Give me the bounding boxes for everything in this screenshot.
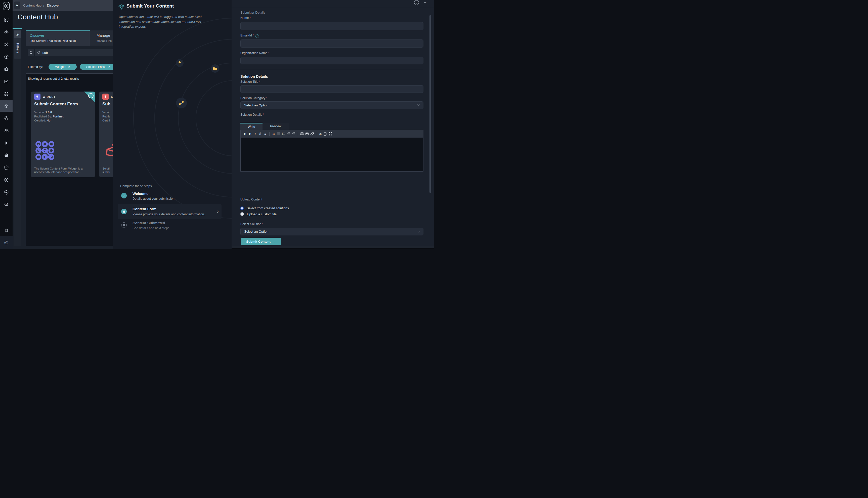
required-star: * [268,51,269,55]
wizard-description: Upon submission, email will be triggered… [119,14,214,29]
chip-close-icon[interactable]: × [68,65,70,69]
form-scrollbar[interactable] [429,15,431,193]
search-input[interactable] [42,49,110,56]
sidebar-item-recycle-bin-icon[interactable] [0,226,13,234]
blockquote-icon[interactable]: “ [271,131,276,136]
radio-unselected-icon[interactable] [240,212,244,216]
image-icon[interactable] [305,131,309,136]
editor-tab-preview[interactable]: Preview [263,123,289,130]
solution-title-label: Solution Title* [240,80,260,83]
card-description: Soluti submi [102,167,110,174]
filter-chip-widgets[interactable]: Widgets × [49,64,77,70]
tab-discover[interactable]: Discover Find Content That Meets Your Ne… [26,30,90,46]
step-welcome-title: Welcome [133,192,148,196]
orbit-plug-icon [176,97,187,108]
info-icon[interactable]: i [255,35,259,38]
sidebar-item-shield-monitor-icon[interactable] [0,188,13,196]
card-description: The Submit Content Form Widget is a user… [34,167,82,174]
sidebar-item-search-dollar-icon[interactable]: $ [0,201,13,208]
lines-icon[interactable]: ≡ [263,131,267,136]
step-content-form-row[interactable] [118,204,222,219]
code-icon[interactable]: </> [318,131,322,136]
radio-selected-icon[interactable] [240,207,244,210]
editor-tab-write[interactable]: Write [240,123,263,130]
submit-wizard-panel: Submit Your Content Upon submission, ema… [113,0,231,249]
submit-content-button[interactable]: Submit Content → [241,238,281,245]
help-icon[interactable]: ? [414,0,419,5]
radio-upload-custom-file[interactable]: Upload a custom file [240,212,277,216]
card-meta: Versio Publis Certifi [102,110,110,123]
filters-expand-button[interactable]: ≫ [14,30,22,38]
step-submitted-pending-icon [121,222,127,228]
name-field[interactable] [240,22,424,30]
link-icon[interactable] [310,131,314,136]
chip-close-icon[interactable]: × [108,65,110,69]
sidebar-item-shield-case-icon[interactable] [0,176,13,184]
italic-icon[interactable]: I [253,131,257,136]
solution-category-select[interactable]: Select an Option [240,101,424,109]
outdent-icon[interactable] [292,131,296,136]
sidebar-item-shuffle-icon[interactable] [0,40,13,48]
sidebar-item-services-icon[interactable] [0,115,13,122]
filter-chip-solution-packs[interactable]: Solution Packs × [80,64,113,70]
card-submit-content-form[interactable]: WIDGET ✓ Submit Content Form Version: 1.… [31,92,95,177]
indent-icon[interactable] [286,131,291,136]
collapse-sidebar-button[interactable]: ▶ [14,1,20,9]
sidebar-item-automation-icon[interactable] [0,53,13,60]
refresh-button[interactable] [28,49,34,56]
editor-toolbar: H B I S ≡ “ 12 </> [241,130,423,137]
tab-manage[interactable]: Manage Manage Ins [90,30,113,46]
email-field[interactable] [240,39,424,48]
select-value: Select an Option [244,103,268,107]
select-solution-label: Select Solution* [240,222,263,226]
radio-select-from-solutions[interactable]: Select from created solutions [240,206,289,210]
check-glyph: ✓ [90,94,92,97]
table-icon[interactable] [300,131,304,136]
steps-heading: Complete these steps [120,184,152,188]
bold-icon[interactable]: B [248,131,252,136]
fullscreen-icon[interactable] [329,131,332,136]
chevron-down-icon [417,231,420,232]
mentions-at-icon[interactable]: @ [4,240,8,245]
select-solution-select[interactable]: Select an Option [240,227,424,235]
ordered-list-icon[interactable]: 12 [282,131,286,136]
content-form-panel: ? − Submitter Details Name* Email-Id*i O… [231,0,434,249]
solution-title-field[interactable] [240,85,424,93]
sidebar-item-threat-globe-icon[interactable] [0,152,13,159]
results-panel: Showing 2 results out of 2 total results… [26,74,113,246]
step-content-form-radio-icon [121,209,127,214]
organization-field[interactable] [240,57,424,64]
panel-divider [231,8,434,8]
step-welcome-check-icon: ✓ [121,193,127,198]
sidebar-item-users-icon[interactable] [0,28,13,36]
desc-line: The Submit Content Form Widget is a [34,167,82,170]
desc-line: submi [102,170,110,174]
minimize-icon[interactable]: − [423,0,428,5]
sidebar-item-playbooks-icon[interactable] [0,139,13,147]
sidebar-item-briefcase-icon[interactable] [0,65,13,73]
solution-pack-badge-icon [102,94,109,100]
sidebar-item-dashboard-icon[interactable] [0,16,13,23]
heading-icon[interactable]: H [243,131,247,136]
code-block-icon[interactable] [323,131,328,136]
filters-rail-label[interactable]: Filters [14,39,22,57]
sidebar-item-widgets-icon[interactable] [0,90,13,97]
fortisoar-logo-icon[interactable] [3,2,10,10]
strikethrough-icon[interactable]: S [258,131,262,136]
solution-details-textarea[interactable] [241,137,423,171]
tab-manage-subtitle: Manage Ins [96,39,113,42]
name-label: Name* [240,16,251,19]
meta-label: Version: [34,111,45,114]
sidebar-item-team-icon[interactable] [0,127,13,134]
submitter-details-heading: Submitter Details [240,11,265,14]
toolbar-separator [298,132,298,136]
sidebar-item-shield-bug-icon[interactable] [0,164,13,171]
unordered-list-icon[interactable] [277,131,281,136]
sidebar-item-content-hub-icon[interactable] [0,102,13,110]
meta-label: Published By: [34,115,52,118]
card-solution-pack[interactable]: S Sub Versio Publis Certifi S [99,92,113,177]
sidebar-item-reports-icon[interactable] [0,77,13,85]
check-glyph: ✓ [123,194,125,197]
breadcrumb-content-hub[interactable]: Content Hub [23,3,41,7]
breadcrumb-discover[interactable]: Discover [47,3,60,7]
